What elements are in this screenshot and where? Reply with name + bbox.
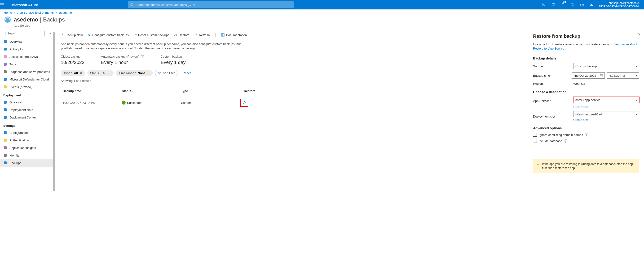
refresh-button[interactable]: Refresh: [194, 33, 210, 37]
sidebar-item-deployment-slots[interactable]: Deployment slots: [0, 106, 53, 114]
gear-icon: [88, 33, 91, 37]
svg-point-8: [3, 32, 6, 34]
close-icon[interactable]: ✕: [80, 72, 82, 75]
custom-backup-label: Custom backup: [161, 55, 186, 58]
people-icon: [3, 55, 7, 59]
sidebar-item-authentication[interactable]: Authentication: [0, 136, 53, 144]
breadcrumb: Home › App Service Environments › asedem…: [0, 9, 644, 16]
filter-icon: [158, 72, 161, 75]
reset-filters-link[interactable]: Reset: [183, 71, 191, 75]
section-destination: Choose a destination: [533, 90, 639, 94]
settings-icon[interactable]: [568, 0, 577, 9]
sidebar-item-configuration[interactable]: Configuration: [0, 129, 53, 136]
hamburger-menu[interactable]: [0, 3, 11, 6]
close-icon[interactable]: ✕: [148, 72, 150, 75]
page-subtitle: Backups: [43, 16, 65, 23]
svg-rect-27: [600, 74, 603, 77]
source-label: Source: [533, 64, 573, 68]
help-icon[interactable]: ?: [577, 0, 587, 9]
table-row[interactable]: 10/20/2022, 4:23:32 PM✓SucceededCustom: [61, 96, 522, 110]
brand-label[interactable]: Microsoft Azure: [11, 3, 48, 7]
breadcrumb-home[interactable]: Home: [4, 11, 12, 14]
cloud-shell-icon[interactable]: [540, 0, 549, 9]
backup-date-picker[interactable]: Thu Oct 20 2022: [572, 72, 605, 79]
rocket-icon: [3, 100, 7, 104]
svg-rect-12: [4, 63, 6, 66]
notifications-icon[interactable]: 3: [558, 0, 568, 9]
key-icon: [3, 138, 7, 142]
sidebar-item-label: Configuration: [10, 131, 28, 134]
backup-time-select[interactable]: 4:23:32 PM ▾: [607, 72, 639, 79]
more-actions-button[interactable]: ⋯: [68, 18, 71, 21]
col-header-time[interactable]: Backup time↓: [63, 89, 122, 93]
svg-rect-10: [4, 48, 6, 50]
sidebar-item-label: Activity log: [10, 47, 24, 51]
restore-panel: ✕ Restore from backup Use a backup to re…: [528, 29, 644, 262]
oldest-backup-value: 10/20/2022: [61, 60, 84, 65]
breadcrumb-level2[interactable]: asedemo: [59, 11, 72, 14]
sidebar-item-diagnose-and-solve-problems[interactable]: Diagnose and solve problems: [0, 68, 53, 76]
create-new-slot-link[interactable]: Create new: [573, 118, 639, 122]
id-icon: [3, 153, 7, 157]
account-menu[interactable]: chrisqpublic@contoso.c... MICROSOFT (MIC…: [596, 1, 644, 8]
svg-text:?: ?: [581, 3, 583, 6]
configure-backups-button[interactable]: Configure custom backups: [88, 33, 129, 37]
sidebar-item-overview[interactable]: Overview: [0, 38, 53, 45]
shield-icon: [3, 77, 7, 81]
content-area: Backup Now Configure custom backups Rese…: [55, 29, 528, 262]
add-filter-button[interactable]: Add filter: [155, 70, 178, 76]
info-icon[interactable]: i: [141, 55, 144, 58]
backup-now-button[interactable]: Backup Now: [61, 33, 83, 37]
sidebar-item-backups[interactable]: Backups: [0, 159, 53, 167]
account-tenant: MICROSOFT (MICROSOFT.ONMI...: [599, 5, 641, 8]
documentation-link[interactable]: Documentation: [221, 33, 246, 37]
sidebar-item-tags[interactable]: Tags: [0, 60, 53, 68]
command-bar: Backup Now Configure custom backups Rese…: [61, 29, 522, 41]
custom-backup-value: Every 1 day: [161, 60, 186, 65]
info-icon[interactable]: i: [585, 133, 588, 136]
backup-icon: [3, 161, 7, 165]
filter-status-pill[interactable]: Status : All ✕: [87, 70, 114, 76]
sidebar-item-label: Overview: [10, 40, 22, 43]
feedback-icon[interactable]: [587, 0, 596, 9]
slot-select[interactable]: (New) restore-95a4 ▾: [573, 111, 639, 117]
include-database-checkbox[interactable]: [533, 139, 537, 143]
col-header-type[interactable]: Type↑: [181, 89, 240, 93]
reset-backups-button[interactable]: Reset custom backups: [134, 33, 170, 37]
warning-icon: ▲: [536, 162, 540, 170]
wrench-icon: [3, 70, 7, 74]
col-header-status[interactable]: Status↑: [122, 89, 181, 93]
close-icon[interactable]: ✕: [108, 72, 111, 75]
filter-time-pill[interactable]: Time range : None ✕: [116, 70, 152, 76]
account-email: chrisqpublic@contoso.c...: [599, 1, 641, 5]
calendar-icon: [600, 74, 603, 77]
sidebar-item-deployment-center[interactable]: Deployment Center: [0, 114, 53, 121]
sidebar-item-microsoft-defender-for-cloud[interactable]: Microsoft Defender for Cloud: [0, 76, 53, 83]
globe-icon: [3, 40, 7, 43]
chevron-down-icon: ▾: [636, 65, 637, 68]
source-select[interactable]: Custom backup ▾: [573, 63, 639, 69]
sidebar-item-activity-log[interactable]: Activity log: [0, 45, 53, 53]
svg-rect-26: [223, 33, 224, 36]
appservice-select[interactable]: asev3-app-service ▾: [573, 97, 639, 103]
close-panel-button[interactable]: ✕: [638, 33, 641, 36]
sidebar-item-application-insights[interactable]: Application Insights: [0, 144, 53, 151]
sidebar-item-quickstart[interactable]: Quickstart: [0, 98, 53, 106]
svg-rect-22: [4, 154, 6, 157]
sidebar-item-identity[interactable]: Identity: [0, 151, 53, 159]
sidebar-search-input[interactable]: [2, 31, 44, 36]
filter-icon[interactable]: [549, 0, 558, 9]
collapse-sidebar-button[interactable]: «: [50, 32, 51, 35]
info-text: App backups happen automatically every h…: [61, 42, 245, 50]
ignore-domains-label: Ignore conflicting domain names: [539, 133, 583, 137]
ignore-domains-checkbox[interactable]: [533, 133, 537, 137]
breadcrumb-level1[interactable]: App Service Environments: [18, 11, 54, 14]
info-icon[interactable]: i: [564, 139, 567, 142]
global-search[interactable]: Search resources, services, and docs (G+…: [128, 1, 294, 8]
restore-button[interactable]: Restore: [174, 33, 190, 37]
filter-type-pill[interactable]: Type : All ✕: [61, 70, 85, 76]
sidebar-item-access-control-iam-[interactable]: Access control (IAM): [0, 53, 53, 60]
sidebar-item-events-preview-[interactable]: Events (preview): [0, 83, 53, 91]
row-restore-button[interactable]: [240, 99, 248, 107]
sidebar-group-label: Deployment: [0, 91, 53, 98]
